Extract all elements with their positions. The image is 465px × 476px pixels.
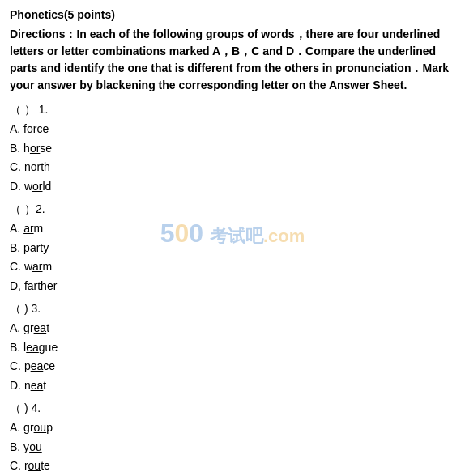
q4-option-b: B. you [10,440,42,453]
q2-number: （ ）2. [10,202,45,215]
q4-number: （ ) 4. [10,402,41,414]
question-3: （ ) 3. A. great B. league C. peace D. ne… [10,300,455,396]
q4-option-c: C. route [10,459,50,472]
q1-option-d: D. world [10,180,51,193]
question-4: （ ) 4. A. group B. you C. route D. thoug… [10,399,455,476]
q2-option-d: D, farther [10,279,57,292]
q2-option-c: C. warm [10,260,52,273]
question-1: （ ） 1. A. force B. horse C. north D. wor… [10,100,455,197]
q1-option-c: C. north [10,160,50,173]
directions: Directions：In each of the following grou… [10,26,455,94]
q1-sub: 1. [39,103,49,116]
q4-option-a: A. group [10,421,53,434]
q3-option-b: B. league [10,341,58,354]
q3-number: （ ) 3. [10,302,41,315]
q3-option-c: C. peace [10,359,55,372]
q3-option-d: D. neat [10,379,46,392]
q1-option-b: B. horse [10,142,52,155]
title: Phonetics(5 points) [10,8,455,21]
questions-container: （ ） 1. A. force B. horse C. north D. wor… [10,100,455,476]
question-2: （ ）2. A. arm B. party C. warm D, farther [10,200,455,296]
q1-number: （ ） [10,103,36,116]
q3-option-a: A. great [10,321,49,334]
q2-option-b: B. party [10,241,49,254]
q2-option-a: A. arm [10,222,43,235]
q1-option-a: A. force [10,122,49,135]
